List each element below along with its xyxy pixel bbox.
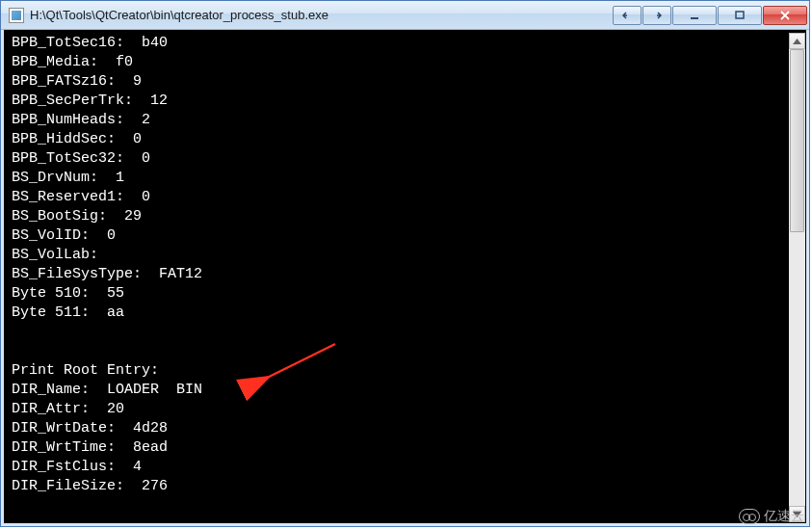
next-button[interactable] [642,6,671,25]
vertical-scrollbar[interactable] [789,33,805,522]
svg-rect-0 [691,17,698,19]
console-output: BPB_TotSec16: b40 BPB_Media: f0 BPB_FATS… [1,30,809,526]
app-icon [9,8,24,23]
close-button[interactable] [763,6,807,25]
watermark: 亿速云 [739,508,804,525]
scroll-track[interactable] [789,49,805,506]
prev-button[interactable] [613,6,642,25]
console-window: H:\Qt\Tools\QtCreator\bin\qtcreator_proc… [0,0,810,527]
svg-rect-1 [736,12,744,18]
minimize-button[interactable] [672,6,717,25]
titlebar[interactable]: H:\Qt\Tools\QtCreator\bin\qtcreator_proc… [1,1,809,30]
scroll-up-button[interactable] [789,33,805,49]
window-controls [613,6,807,25]
watermark-icon [739,509,760,524]
window-title: H:\Qt\Tools\QtCreator\bin\qtcreator_proc… [30,8,613,22]
scroll-thumb[interactable] [790,49,804,232]
maximize-button[interactable] [718,6,762,25]
watermark-text: 亿速云 [764,508,804,525]
